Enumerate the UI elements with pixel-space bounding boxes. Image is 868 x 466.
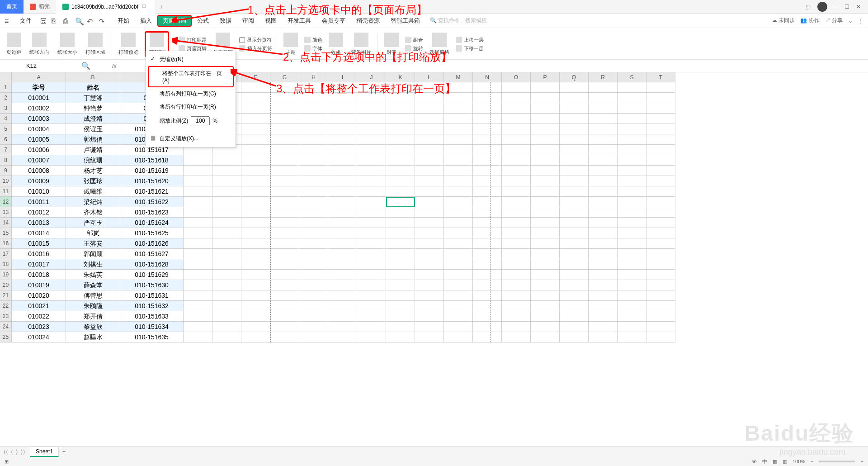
cell[interactable] xyxy=(270,103,299,114)
cell[interactable] xyxy=(299,207,328,218)
cell[interactable] xyxy=(646,82,675,93)
cell[interactable] xyxy=(646,332,675,342)
row-header[interactable]: 24 xyxy=(0,322,12,332)
window-box-icon[interactable]: ⬚ xyxy=(806,4,812,10)
cell[interactable] xyxy=(560,249,589,259)
cell[interactable] xyxy=(473,290,502,301)
cell[interactable] xyxy=(502,259,531,270)
cell[interactable] xyxy=(212,270,241,280)
cell[interactable] xyxy=(618,114,646,124)
cell[interactable] xyxy=(357,280,386,290)
cell[interactable] xyxy=(184,207,212,218)
cell[interactable] xyxy=(328,322,357,332)
cell[interactable]: 010016 xyxy=(12,249,66,259)
cell[interactable] xyxy=(357,134,386,145)
cell[interactable] xyxy=(589,197,618,207)
view-page-icon[interactable]: ▥ xyxy=(783,459,787,465)
cell[interactable] xyxy=(328,145,357,155)
cell[interactable]: 010002 xyxy=(12,103,66,114)
cell[interactable] xyxy=(386,228,415,238)
cell[interactable] xyxy=(328,228,357,238)
cell[interactable] xyxy=(386,114,415,124)
cell[interactable] xyxy=(531,218,560,228)
menu-tab-4[interactable]: 数据 xyxy=(214,15,237,27)
cell[interactable] xyxy=(184,280,212,290)
cell[interactable] xyxy=(502,270,531,280)
cell[interactable] xyxy=(502,103,531,114)
cell[interactable] xyxy=(646,259,675,270)
cell[interactable] xyxy=(502,249,531,259)
dd-fit-page[interactable]: 将整个工作表打印在一页(A) xyxy=(148,66,234,87)
cell[interactable] xyxy=(241,166,270,176)
cell[interactable]: 010005 xyxy=(12,134,66,145)
cell[interactable]: 010-151625 xyxy=(120,228,184,238)
cell[interactable]: 010019 xyxy=(12,280,66,290)
cell[interactable] xyxy=(270,259,299,270)
cell[interactable]: 卢谦靖 xyxy=(66,145,120,155)
cell[interactable] xyxy=(646,145,675,155)
cell[interactable] xyxy=(299,249,328,259)
cell[interactable]: 010009 xyxy=(12,176,66,186)
cell[interactable] xyxy=(502,290,531,301)
row-header[interactable]: 20 xyxy=(0,280,12,290)
cell[interactable]: 齐木铭 xyxy=(66,207,120,218)
cell[interactable] xyxy=(646,134,675,145)
cell[interactable]: 010014 xyxy=(12,228,66,238)
col-header[interactable]: T xyxy=(646,72,675,82)
col-header[interactable]: J xyxy=(357,72,386,82)
cell[interactable] xyxy=(560,114,589,124)
cell[interactable] xyxy=(415,322,444,332)
cell[interactable] xyxy=(415,238,444,249)
cell[interactable] xyxy=(502,238,531,249)
cell[interactable] xyxy=(299,114,328,124)
cell[interactable] xyxy=(444,114,473,124)
cell[interactable] xyxy=(473,124,502,134)
cell[interactable] xyxy=(531,124,560,134)
cell[interactable] xyxy=(473,301,502,311)
cell[interactable] xyxy=(531,259,560,270)
cell[interactable] xyxy=(328,332,357,342)
cell[interactable] xyxy=(473,155,502,166)
cell[interactable] xyxy=(328,311,357,322)
dd-zoom-ratio[interactable]: 缩放比例(Z) % xyxy=(146,114,236,128)
zoom-level[interactable]: 100% xyxy=(793,459,805,464)
cell[interactable] xyxy=(270,155,299,166)
col-header[interactable]: A xyxy=(12,72,66,82)
cell[interactable] xyxy=(415,270,444,280)
cell[interactable] xyxy=(560,103,589,114)
row-header[interactable]: 25 xyxy=(0,332,12,342)
cell[interactable] xyxy=(502,155,531,166)
cell[interactable] xyxy=(241,124,270,134)
cell[interactable]: 010013 xyxy=(12,218,66,228)
cell[interactable] xyxy=(184,238,212,249)
cell[interactable]: 010003 xyxy=(12,114,66,124)
row-header[interactable]: 17 xyxy=(0,249,12,259)
cell[interactable]: 郭炜俏 xyxy=(66,134,120,145)
cell[interactable] xyxy=(618,124,646,134)
cell[interactable] xyxy=(299,259,328,270)
cell[interactable] xyxy=(531,322,560,332)
zoom-out-icon[interactable]: − xyxy=(811,459,813,464)
cell[interactable] xyxy=(212,290,241,301)
cell[interactable] xyxy=(473,207,502,218)
cell[interactable] xyxy=(646,155,675,166)
cell[interactable] xyxy=(646,186,675,197)
cell[interactable] xyxy=(502,166,531,176)
more-icon[interactable]: ⋮ xyxy=(858,18,863,24)
cell[interactable] xyxy=(415,301,444,311)
row-header[interactable]: 18 xyxy=(0,259,12,270)
menu-tab-3[interactable]: 公式 xyxy=(192,15,214,27)
send-back-button[interactable]: 下移一层 xyxy=(456,45,484,52)
cell[interactable] xyxy=(589,124,618,134)
cell[interactable] xyxy=(184,186,212,197)
col-header[interactable]: O xyxy=(502,72,531,82)
cell[interactable] xyxy=(415,103,444,114)
cell[interactable] xyxy=(241,301,270,311)
cell[interactable] xyxy=(270,332,299,342)
cell[interactable] xyxy=(646,249,675,259)
cell[interactable] xyxy=(531,145,560,155)
cell[interactable] xyxy=(618,228,646,238)
cell[interactable] xyxy=(473,280,502,290)
cell[interactable] xyxy=(531,166,560,176)
cell[interactable] xyxy=(386,207,415,218)
